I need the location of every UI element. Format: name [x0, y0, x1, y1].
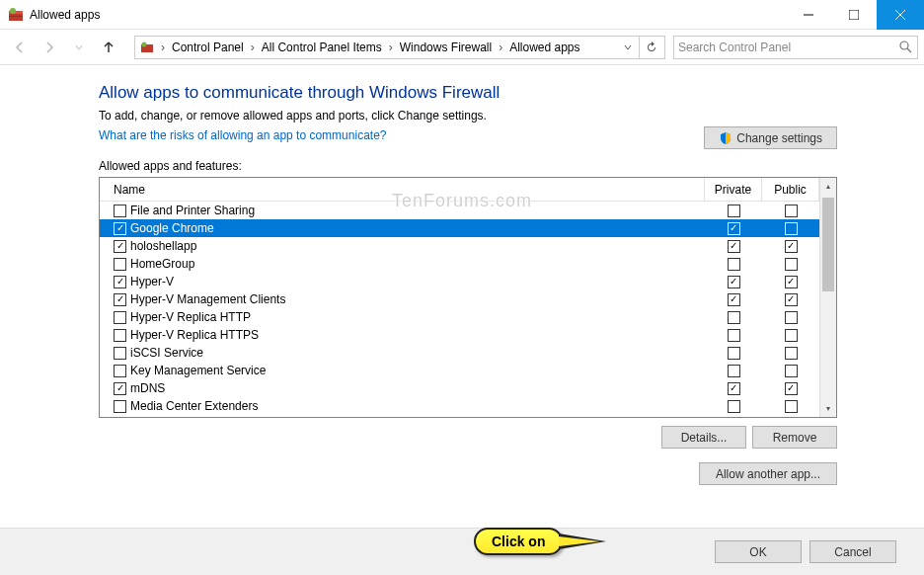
public-checkbox[interactable]: [785, 329, 798, 342]
enable-checkbox[interactable]: [114, 382, 126, 395]
app-name: mDNS: [130, 381, 705, 395]
app-name: Media Center Extenders: [130, 399, 705, 413]
scroll-thumb[interactable]: [822, 198, 834, 291]
app-row[interactable]: Hyper-V Management Clients: [100, 290, 819, 308]
minimize-button[interactable]: [786, 0, 831, 30]
maximize-button[interactable]: [831, 0, 877, 30]
list-header: Name Private Public: [100, 178, 819, 202]
enable-checkbox[interactable]: [114, 293, 126, 306]
public-checkbox[interactable]: [785, 347, 798, 360]
enable-checkbox[interactable]: [114, 347, 126, 360]
public-checkbox[interactable]: [785, 400, 798, 413]
public-checkbox[interactable]: [785, 205, 798, 217]
page-subheading: To add, change, or remove allowed apps a…: [99, 109, 837, 123]
private-checkbox[interactable]: [728, 329, 740, 342]
enable-checkbox[interactable]: [114, 365, 126, 377]
cancel-button[interactable]: Cancel: [809, 540, 896, 563]
enable-checkbox[interactable]: [114, 222, 126, 235]
app-row[interactable]: Google Chrome: [100, 219, 819, 237]
app-row[interactable]: Hyper-V Replica HTTPS: [100, 326, 819, 344]
svg-point-9: [142, 41, 147, 46]
app-row[interactable]: Media Center Extenders: [100, 397, 819, 415]
app-name: iSCSI Service: [130, 346, 705, 360]
callout-text: Click on: [474, 528, 563, 555]
chevron-right-icon[interactable]: ›: [387, 41, 395, 54]
titlebar: Allowed apps: [0, 0, 924, 30]
enable-checkbox[interactable]: [114, 258, 126, 271]
app-row[interactable]: Hyper-V: [100, 273, 819, 290]
public-checkbox[interactable]: [785, 365, 798, 377]
search-box[interactable]: [673, 36, 918, 59]
app-name: Hyper-V Management Clients: [130, 292, 705, 306]
refresh-button[interactable]: [639, 37, 662, 58]
private-checkbox[interactable]: [728, 276, 740, 288]
enable-checkbox[interactable]: [114, 205, 126, 217]
close-button[interactable]: [877, 0, 924, 30]
public-checkbox[interactable]: [785, 382, 798, 395]
enable-checkbox[interactable]: [114, 240, 126, 253]
app-row[interactable]: iSCSI Service: [100, 344, 819, 362]
breadcrumb-item[interactable]: Windows Firewall: [397, 37, 495, 58]
private-checkbox[interactable]: [728, 258, 740, 271]
enable-checkbox[interactable]: [114, 400, 126, 413]
private-checkbox[interactable]: [728, 240, 740, 253]
chevron-right-icon[interactable]: ›: [249, 41, 257, 54]
details-button[interactable]: Details...: [661, 426, 746, 449]
allow-another-app-button[interactable]: Allow another app...: [699, 462, 837, 485]
app-row[interactable]: holoshellapp: [100, 237, 819, 255]
public-checkbox[interactable]: [785, 240, 798, 253]
search-icon[interactable]: [897, 41, 913, 53]
public-checkbox[interactable]: [785, 293, 798, 306]
private-checkbox[interactable]: [728, 382, 740, 395]
chevron-right-icon[interactable]: ›: [497, 41, 504, 54]
breadcrumb-item[interactable]: All Control Panel Items: [259, 37, 385, 58]
recent-dropdown[interactable]: [65, 34, 93, 61]
up-button[interactable]: [95, 34, 122, 61]
app-row[interactable]: Key Management Service: [100, 362, 819, 379]
tutorial-callout: Click on: [474, 528, 606, 555]
app-row[interactable]: HomeGroup: [100, 255, 819, 273]
app-row[interactable]: mDNS: [100, 379, 819, 397]
public-checkbox[interactable]: [785, 222, 798, 235]
app-row[interactable]: File and Printer Sharing: [100, 202, 819, 219]
private-checkbox[interactable]: [728, 365, 740, 377]
address-dropdown[interactable]: [619, 43, 637, 51]
private-checkbox[interactable]: [728, 400, 740, 413]
enable-checkbox[interactable]: [114, 311, 126, 324]
public-checkbox[interactable]: [785, 276, 798, 288]
public-checkbox[interactable]: [785, 258, 798, 271]
scroll-down-button[interactable]: ▾: [820, 400, 836, 417]
private-checkbox[interactable]: [728, 205, 740, 217]
private-checkbox[interactable]: [728, 222, 740, 235]
app-name: Google Chrome: [130, 221, 705, 235]
enable-checkbox[interactable]: [114, 329, 126, 342]
col-public[interactable]: Public: [762, 178, 819, 201]
app-row[interactable]: Hyper-V Replica HTTP: [100, 308, 819, 326]
risks-link[interactable]: What are the risks of allowing an app to…: [99, 128, 386, 142]
private-checkbox[interactable]: [728, 347, 740, 360]
change-settings-label: Change settings: [736, 131, 822, 145]
app-name: Hyper-V Replica HTTPS: [130, 328, 705, 342]
back-button[interactable]: [6, 34, 34, 61]
col-private[interactable]: Private: [705, 178, 762, 201]
scroll-up-button[interactable]: ▴: [820, 178, 836, 195]
allowed-apps-label: Allowed apps and features:: [99, 159, 837, 173]
chevron-right-icon[interactable]: ›: [159, 41, 167, 54]
breadcrumb-item[interactable]: Allowed apps: [506, 37, 582, 58]
remove-button[interactable]: Remove: [752, 426, 837, 449]
list-rows: File and Printer SharingGoogle Chromehol…: [100, 202, 819, 415]
public-checkbox[interactable]: [785, 311, 798, 324]
scrollbar[interactable]: ▴ ▾: [819, 178, 836, 417]
private-checkbox[interactable]: [728, 293, 740, 306]
app-name: File and Printer Sharing: [130, 204, 705, 217]
forward-button[interactable]: [36, 34, 63, 61]
change-settings-button[interactable]: Change settings: [704, 126, 837, 149]
enable-checkbox[interactable]: [114, 276, 126, 288]
col-name[interactable]: Name: [100, 178, 705, 201]
shield-icon: [719, 131, 732, 145]
address-bar[interactable]: › Control Panel › All Control Panel Item…: [134, 36, 665, 59]
search-input[interactable]: [678, 41, 897, 54]
breadcrumb-item[interactable]: Control Panel: [169, 37, 247, 58]
ok-button[interactable]: OK: [715, 540, 802, 563]
private-checkbox[interactable]: [728, 311, 740, 324]
